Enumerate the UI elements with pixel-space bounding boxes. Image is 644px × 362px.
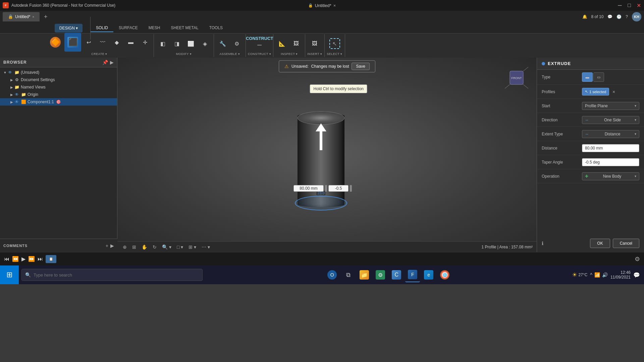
start-dropdown[interactable]: Profile Plane ▾ [582, 102, 639, 110]
browser-expand-button[interactable]: ▶ [110, 60, 114, 65]
play-button[interactable]: ▶ [21, 256, 25, 262]
construct-btn-main[interactable]: CONSTRUCT ─ [250, 33, 270, 52]
chat-icon[interactable]: 💬 [607, 14, 612, 19]
tree-item-root[interactable]: ▼ 👁 📁 (Unsaved) [0, 69, 117, 76]
taskbar-clock[interactable]: 12:46 11/09/2021 [610, 270, 631, 280]
more-button[interactable]: ⋯ ▾ [200, 244, 211, 250]
extrude-button[interactable]: ⬛ [64, 33, 81, 52]
notification-icon[interactable]: 🔔 [582, 14, 587, 19]
taskbar-cortana[interactable]: O [325, 267, 339, 282]
help-icon[interactable]: ? [626, 14, 628, 19]
tree-toggle-root[interactable]: ▼ [3, 70, 7, 75]
clock-icon[interactable]: 🕐 [616, 14, 622, 19]
modify-btn1[interactable]: ◧ [156, 36, 169, 51]
volume-icon[interactable]: 🔊 [602, 272, 608, 278]
tree-toggle-views[interactable]: ▶ [9, 85, 14, 89]
ribbon-tab-solid[interactable]: SOLID [91, 24, 113, 32]
sweep-button[interactable]: 〰 [96, 35, 109, 50]
close-button[interactable]: ✕ [636, 3, 641, 8]
taper-input[interactable] [328, 185, 348, 192]
ribbon-tab-sheet-metal[interactable]: SHEET METAL [165, 24, 204, 32]
ribbon-tab-mesh[interactable]: MESH [143, 24, 166, 32]
step-back-button[interactable]: ⏪ [12, 256, 19, 262]
ribbon-tab-surface[interactable]: SURFACE [113, 24, 143, 32]
target-icon[interactable]: 🎯 [56, 100, 61, 104]
tree-item-doc-settings[interactable]: ▶ ⚙ Document Settings [0, 76, 117, 83]
modify-btn2[interactable]: ◨ [170, 36, 183, 51]
inspect-btn2[interactable]: 🖼 [289, 36, 303, 51]
eye-icon-root[interactable]: 👁 [7, 70, 13, 75]
eye-icon-component[interactable]: 👁 [14, 99, 19, 105]
save-button[interactable]: Save [352, 63, 370, 70]
select-btn1[interactable]: ↖ [327, 36, 343, 52]
extent-dropdown[interactable]: ↔ Distance ▾ [582, 130, 639, 138]
taskbar-chrome2[interactable]: 🌐 [437, 267, 452, 282]
info-button[interactable]: ℹ [542, 241, 543, 246]
modify-btn3[interactable]: ⬜ [184, 36, 198, 51]
viewport[interactable]: ⚠ Unsaved: Changes may be lost Save Hold… [117, 58, 537, 252]
taskbar-edge[interactable]: e [421, 267, 436, 282]
rib-button[interactable]: ▬ [124, 35, 138, 50]
loft-button[interactable]: ◆ [110, 35, 123, 50]
search-bar[interactable]: 🔍 [21, 269, 203, 281]
dim-dot-1[interactable] [325, 185, 327, 192]
tab-close-icon[interactable]: × [333, 3, 336, 8]
view-options-button[interactable]: 🔍 ▾ [161, 244, 173, 250]
tree-item-component[interactable]: ▶ 👁 🟧 Component1:1 🎯 [0, 98, 117, 106]
comments-expand-button[interactable]: ▶ [110, 243, 114, 248]
dim-dot-2[interactable] [350, 185, 352, 192]
taskbar-task-view[interactable]: ⧉ [341, 267, 356, 282]
comments-add-button[interactable]: + [106, 243, 108, 248]
chevron-up-icon[interactable]: ^ [590, 272, 592, 278]
maximize-button[interactable]: □ [627, 3, 632, 8]
timeline-icon[interactable]: 📋 [46, 255, 56, 263]
inspect-btn1[interactable]: 📐 [275, 36, 289, 51]
modify-btn4[interactable]: ◈ [198, 36, 212, 51]
search-input[interactable] [34, 273, 199, 278]
move-button[interactable]: ✛ [138, 35, 152, 50]
revolve-button[interactable]: ↩ [82, 35, 95, 50]
pan-button[interactable]: ✋ [140, 244, 149, 250]
distance-input[interactable] [293, 185, 324, 192]
grid-button[interactable]: ⊞ ▾ [187, 244, 198, 250]
notification-center-icon[interactable]: 💬 [633, 272, 640, 278]
profile-clear-button[interactable]: × [610, 88, 617, 95]
taskbar-chrome[interactable]: C [389, 267, 404, 282]
sketch-grid-button[interactable]: ⊞ [131, 244, 138, 250]
joint-origin-button[interactable]: ⊕ [121, 244, 128, 250]
tab-close-button[interactable]: × [32, 15, 34, 19]
type-btn-thin[interactable]: ▭ [593, 72, 604, 82]
view-gizmo[interactable]: FRONT [503, 64, 530, 91]
display-mode-button[interactable]: □ ▾ [175, 244, 184, 250]
user-avatar[interactable]: KH [632, 12, 641, 21]
orbit-button[interactable]: ↻ [151, 244, 158, 250]
direction-dropdown[interactable]: ↔ One Side ▾ [582, 116, 639, 124]
type-btn-solid[interactable]: ▬ [582, 72, 593, 82]
gear-icon[interactable]: ⚙ [635, 255, 640, 263]
start-button[interactable]: ⊞ [0, 265, 19, 284]
active-tab[interactable]: 🔒 Untitled* × [3, 12, 40, 21]
eye-icon-origin[interactable]: 👁 [14, 92, 19, 97]
operation-dropdown[interactable]: ✚ New Body ▾ [582, 172, 639, 180]
ok-button[interactable]: OK [590, 239, 610, 248]
taskbar-file-explorer[interactable]: 📁 [357, 267, 372, 282]
assemble-btn1[interactable]: 🔧 [216, 36, 229, 51]
taper-field[interactable] [582, 158, 639, 166]
cancel-button[interactable]: Cancel [613, 239, 639, 248]
ribbon-tab-tools[interactable]: TOOLS [204, 24, 228, 32]
tree-item-origin[interactable]: ▶ 👁 📁 Origin [0, 91, 117, 98]
new-component-button[interactable]: 🔶 [47, 33, 64, 52]
design-mode-button[interactable]: DESIGN ▾ [55, 24, 83, 33]
tree-toggle-origin[interactable]: ▶ [9, 92, 14, 97]
tree-toggle-component[interactable]: ▶ [9, 100, 14, 104]
minimize-button[interactable]: ─ [617, 3, 623, 8]
network-icon[interactable]: 📶 [594, 272, 600, 278]
assemble-btn2[interactable]: ⚙ [230, 36, 244, 51]
tree-toggle-doc[interactable]: ▶ [9, 77, 14, 82]
skip-end-button[interactable]: ⏭ [38, 256, 43, 262]
distance-field[interactable] [582, 144, 639, 152]
profile-select-button[interactable]: ↖ 1 selected [582, 88, 609, 96]
browser-pin-button[interactable]: 📌 [102, 60, 108, 65]
taskbar-fusion360[interactable]: F [405, 267, 420, 282]
taskbar-settings[interactable]: ⚙ [373, 267, 388, 282]
